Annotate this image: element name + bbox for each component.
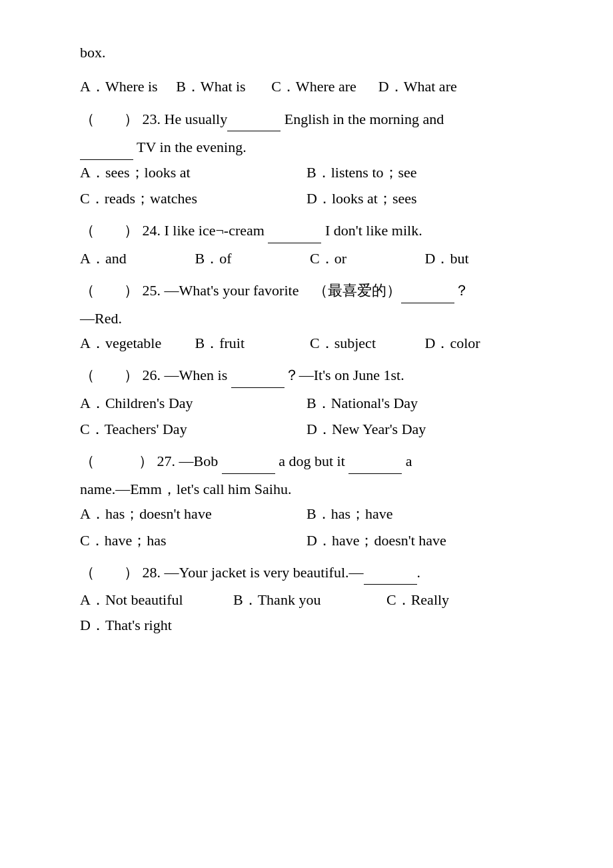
q27-text: （ ） 27. —Bob a dog but it a (80, 448, 533, 473)
q26-optC: C．Teachers' Day (80, 417, 306, 441)
question-27: （ ） 27. —Bob a dog but it a name.—Emm，le… (80, 448, 533, 553)
q26-options: A．Children's Day B．National's Day C．Teac… (80, 391, 533, 442)
q28-number: 28. (143, 564, 161, 581)
q24-optD: D．but (425, 246, 534, 271)
q27-body: —Bob a dog but it a (179, 453, 412, 469)
q27-continuation: name.—Emm，let's call him Saihu. (80, 477, 533, 501)
where-is-block: A．Where is B．What is C．Where are D．What … (80, 74, 533, 99)
q28-optD: D．That's right (80, 617, 172, 633)
q24-optC: C．or (310, 246, 418, 271)
q25-optC: C．subject (310, 331, 418, 355)
q24-text: （ ） 24. I like ice¬-cream I don't like m… (80, 217, 533, 243)
top-text: box. (80, 40, 533, 65)
q23-optC: C．reads；watches (80, 186, 306, 211)
q27-number: 27. (157, 453, 176, 469)
question-26: （ ） 26. —When is ？—It's on June 1st. A．C… (80, 362, 533, 441)
q28-options: A．Not beautiful B．Thank you C．Really (80, 587, 533, 612)
q26-optB: B．National's Day (306, 391, 533, 415)
q28-optD-row: D．That's right (80, 613, 533, 637)
q23-bracket: （ ） (80, 111, 139, 127)
q25-optB: B．fruit (195, 331, 304, 355)
q25-bracket: （ ） (80, 282, 139, 299)
q26-text: （ ） 26. —When is ？—It's on June 1st. (80, 362, 533, 387)
q25-body: —What's your favorite （最喜爱的） ？ (165, 282, 470, 299)
q27-optB: B．has；have (306, 501, 533, 526)
q26-bracket: （ ） (80, 367, 139, 383)
q23-body: He usually English in the morning and (165, 111, 444, 127)
q25-optD: D．color (425, 331, 534, 355)
q24-number: 24. (143, 222, 161, 239)
q27-optA: A．has；doesn't have (80, 501, 306, 526)
q24-optB: B．of (195, 246, 304, 271)
q24-bracket: （ ） (80, 222, 139, 239)
q28-optC: C．Really (386, 587, 533, 612)
q28-text: （ ） 28. —Your jacket is very beautiful.—… (80, 559, 533, 585)
q23-options: A．sees；looks at B．listens to；see C．reads… (80, 160, 533, 211)
question-24: （ ） 24. I like ice¬-cream I don't like m… (80, 217, 533, 271)
q27-bracket: （ ） (80, 453, 153, 469)
q25-options: A．vegetable B．fruit C．subject D．color (80, 331, 533, 355)
q23-number: 23. (143, 111, 161, 127)
q26-body: —When is ？—It's on June 1st. (165, 367, 404, 383)
q25-optA: A．vegetable (80, 331, 189, 355)
q27-options: A．has；doesn't have B．has；have C．have；has… (80, 501, 533, 553)
q23-text: （ ） 23. He usually English in the mornin… (80, 106, 533, 131)
q27-optC: C．have；has (80, 528, 306, 553)
question-25: （ ） 25. —What's your favorite （最喜爱的） ？ —… (80, 277, 533, 355)
q24-optA: A．and (80, 246, 189, 271)
q27-optD: D．have；doesn't have (306, 528, 533, 553)
q25-answer-line: —Red. (80, 306, 533, 331)
q23-optB: B．listens to；see (306, 160, 533, 185)
q23-optA: A．sees；looks at (80, 160, 306, 185)
where-is-options: A．Where is B．What is C．Where are D．What … (80, 74, 533, 99)
q26-optA: A．Children's Day (80, 391, 306, 415)
q24-body: I like ice¬-cream I don't like milk. (165, 222, 422, 239)
q28-optB: B．Thank you (233, 587, 380, 612)
q28-bracket: （ ） (80, 564, 139, 581)
q24-options: A．and B．of C．or D．but (80, 246, 533, 271)
q23-continuation: TV in the evening. (80, 134, 533, 159)
question-28: （ ） 28. —Your jacket is very beautiful.—… (80, 559, 533, 637)
q26-optD: D．New Year's Day (306, 417, 533, 441)
q25-number: 25. (143, 282, 161, 299)
q28-optA: A．Not beautiful (80, 587, 227, 612)
q26-number: 26. (143, 367, 161, 383)
q25-text: （ ） 25. —What's your favorite （最喜爱的） ？ (80, 277, 533, 303)
q23-optD: D．looks at；sees (306, 186, 533, 211)
q28-body: —Your jacket is very beautiful.— . (165, 564, 421, 581)
question-23: （ ） 23. He usually English in the mornin… (80, 106, 533, 211)
